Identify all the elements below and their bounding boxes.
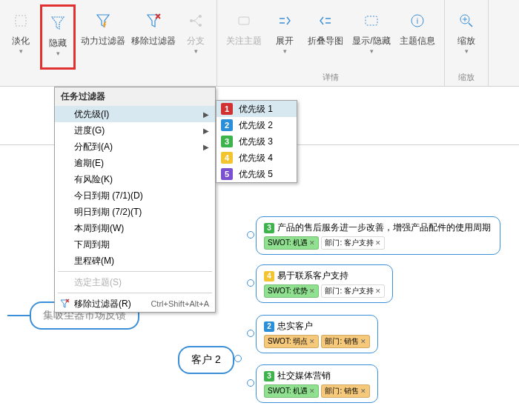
node-title: 社交媒体营销 xyxy=(277,370,331,382)
priority-badge: 2 xyxy=(264,321,274,332)
svg-point-2 xyxy=(199,15,202,18)
node-title: 产品的售后服务进一步改善，增强产品配件的使用周期 xyxy=(277,221,491,234)
tag[interactable]: 部门: 客户支持✕ xyxy=(321,284,385,298)
node-title: 忠实客户 xyxy=(277,320,313,333)
focus-icon xyxy=(232,9,256,33)
hide-button[interactable]: 隐藏▾ xyxy=(40,4,76,70)
power-filter-button[interactable]: 动力过滤器 xyxy=(80,4,126,70)
tag[interactable]: SWOT: 优势✕ xyxy=(264,284,319,298)
menu-item-risk[interactable]: 有风险(K) xyxy=(55,171,215,187)
menu-item-selected-topic: 选定主题(S) xyxy=(55,274,215,290)
tag[interactable]: 部门: 客户支持✕ xyxy=(321,236,385,250)
tag[interactable]: SWOT: 机遇✕ xyxy=(264,236,319,250)
funnel-icon xyxy=(46,11,70,35)
connector-dot xyxy=(234,355,242,362)
customer2-node[interactable]: 客户 2 xyxy=(178,346,234,374)
svg-rect-4 xyxy=(239,17,249,24)
expand-icon xyxy=(273,9,297,33)
menu-item-due-today[interactable]: 今日到期 (7/1)(D) xyxy=(55,187,215,204)
mindmap-node[interactable]: 4易于联系客户支持 SWOT: 优势✕部门: 客户支持✕ xyxy=(256,264,393,303)
fade-icon xyxy=(9,9,33,33)
tag-row: SWOT: 弱点✕部门: 销售✕ xyxy=(264,335,370,348)
fade-button[interactable]: 淡化▾ xyxy=(6,4,36,70)
submenu-item-p1[interactable]: 1优先级 1 xyxy=(216,101,297,117)
submenu-item-p3[interactable]: 3优先级 3 xyxy=(216,133,297,150)
priority-badge: 3 xyxy=(264,371,274,381)
funnel-x-icon xyxy=(142,9,165,33)
menu-item-milestone[interactable]: 里程碑(M) xyxy=(55,253,215,269)
ribbon-group-filter: 淡化▾ 隐藏▾ 动力过滤器 移除过滤器 分支▾ xyxy=(0,0,217,86)
menu-item-overdue[interactable]: 逾期(E) xyxy=(55,155,215,171)
svg-point-1 xyxy=(190,19,193,22)
priority-badge: 4 xyxy=(264,271,274,281)
connector-dot xyxy=(247,279,254,287)
menu-item-due-next-week[interactable]: 下周到期 xyxy=(55,236,215,253)
branch-button[interactable]: 分支▾ xyxy=(181,4,211,70)
focus-topic-button[interactable]: 关注主题 xyxy=(223,4,265,70)
tag[interactable]: SWOT: 机遇✕ xyxy=(264,384,319,398)
connector-dot xyxy=(247,379,254,387)
tag[interactable]: SWOT: 弱点✕ xyxy=(264,335,319,348)
zoom-button[interactable]: 缩放▾ xyxy=(451,4,482,70)
submenu-item-p2[interactable]: 2优先级 2 xyxy=(216,117,297,133)
group-label-zoom: 缩放 xyxy=(451,70,482,84)
topic-info-button[interactable]: i 主题信息 xyxy=(397,4,438,70)
submenu-item-p4[interactable]: 4优先级 4 xyxy=(216,150,297,166)
tag-row: SWOT: 优势✕部门: 客户支持✕ xyxy=(264,284,385,298)
ribbon-group-detail: 关注主题 展开▾ 折叠导图 显示/隐藏▾ i 主题信息 详情 xyxy=(217,0,445,86)
collapse-nav-button[interactable]: 折叠导图 xyxy=(305,4,346,70)
branch-icon xyxy=(184,9,208,33)
tag[interactable]: 部门: 销售✕ xyxy=(321,384,370,398)
connector-dot xyxy=(247,330,254,337)
tag-row: SWOT: 机遇✕部门: 销售✕ xyxy=(264,384,370,398)
svg-rect-5 xyxy=(366,16,377,25)
tag-row: SWOT: 机遇✕部门: 客户支持✕ xyxy=(264,236,492,250)
ribbon: 淡化▾ 隐藏▾ 动力过滤器 移除过滤器 分支▾ xyxy=(0,0,519,87)
tag[interactable]: 部门: 销售✕ xyxy=(321,335,370,348)
funnel-x-icon xyxy=(59,298,70,310)
menu-separator xyxy=(58,293,212,293)
mindmap-node[interactable]: 3社交媒体营销 SWOT: 机遇✕部门: 销售✕ xyxy=(256,364,378,403)
group-label-detail: 详情 xyxy=(223,70,438,84)
priority-badge: 3 xyxy=(264,223,274,233)
mindmap-node[interactable]: 2忠实客户 SWOT: 弱点✕部门: 销售✕ xyxy=(256,315,378,353)
show-hide-icon xyxy=(360,9,383,33)
ribbon-group-zoom: 缩放▾ 缩放 xyxy=(445,0,489,86)
mindmap-node[interactable]: 3产品的售后服务进一步改善，增强产品配件的使用周期 SWOT: 机遇✕部门: 客… xyxy=(256,216,500,255)
node-title: 易于联系客户支持 xyxy=(277,270,348,282)
menu-item-due-tomorrow[interactable]: 明日到期 (7/2)(T) xyxy=(55,204,215,220)
info-icon: i xyxy=(406,9,429,33)
task-filter-menu: 任务过滤器 优先级(I)▶ 进度(G)▶ 分配到(A)▶ 逾期(E) 有风险(K… xyxy=(54,87,216,313)
menu-item-due-week[interactable]: 本周到期(W) xyxy=(55,220,215,236)
menu-separator xyxy=(58,271,212,272)
menu-item-remove-filter[interactable]: 移除过滤器(R)Ctrl+Shift+Alt+A xyxy=(55,296,215,312)
svg-rect-0 xyxy=(16,16,26,26)
connector-dot xyxy=(247,231,254,239)
menu-item-priority[interactable]: 优先级(I)▶ xyxy=(55,106,215,122)
customer2-label: 客户 2 xyxy=(191,353,221,365)
menu-item-progress[interactable]: 进度(G)▶ xyxy=(55,122,215,139)
expand-button[interactable]: 展开▾ xyxy=(269,4,300,70)
submenu-item-p5[interactable]: 5优先级 5 xyxy=(216,166,297,182)
zoom-icon xyxy=(454,9,478,33)
svg-point-3 xyxy=(199,24,202,27)
menu-item-assigned[interactable]: 分配到(A)▶ xyxy=(55,139,215,155)
svg-text:i: i xyxy=(417,16,418,25)
remove-filter-button[interactable]: 移除过滤器 xyxy=(130,4,176,70)
connector xyxy=(7,315,30,316)
funnel-bolt-icon xyxy=(91,9,115,33)
collapse-icon xyxy=(314,9,337,33)
priority-submenu: 1优先级 1 2优先级 2 3优先级 3 4优先级 4 5优先级 5 xyxy=(216,100,297,183)
show-hide-button[interactable]: 显示/隐藏▾ xyxy=(351,4,392,70)
menu-title: 任务过滤器 xyxy=(55,87,215,106)
